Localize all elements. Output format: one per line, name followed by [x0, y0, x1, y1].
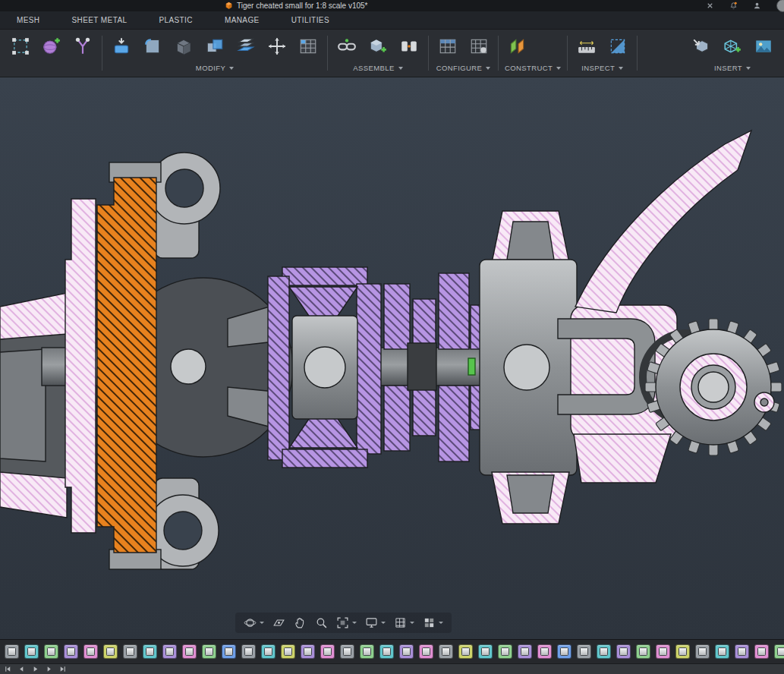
dropdown-modify[interactable]: MODIFY [109, 61, 321, 74]
close-icon[interactable] [706, 2, 714, 10]
timeline-feature-3[interactable] [44, 644, 58, 659]
trim-button[interactable] [70, 33, 96, 59]
offset-face-button[interactable] [233, 33, 259, 59]
config-table-button[interactable] [435, 33, 461, 59]
timeline-feature-36[interactable] [695, 644, 710, 659]
fillet-button[interactable] [140, 33, 165, 59]
viewport-3d[interactable] [0, 77, 784, 639]
step-forward-button[interactable] [45, 665, 53, 673]
step-back-button[interactable] [17, 665, 26, 673]
timeline-feature-38[interactable] [735, 644, 749, 659]
timeline-feature-10[interactable] [182, 644, 197, 659]
display-settings-button[interactable] [364, 615, 387, 631]
timeline-feature-32[interactable] [616, 644, 631, 659]
avatar[interactable] [776, 0, 784, 12]
timeline-feature-21[interactable] [399, 644, 414, 659]
chevron-down-icon[interactable] [260, 622, 264, 624]
timeline-feature-26[interactable] [498, 644, 512, 659]
notification-bell-icon[interactable] [729, 2, 738, 10]
section-analysis-button[interactable] [605, 33, 631, 59]
insert-derive-button[interactable] [688, 33, 714, 59]
timeline-feature-1[interactable] [5, 644, 19, 659]
profile-icon[interactable] [753, 2, 761, 10]
timeline-feature-20[interactable] [379, 644, 394, 659]
timeline-feature-37[interactable] [715, 644, 729, 659]
tab-mesh[interactable]: MESH [17, 16, 40, 24]
timeline-features [0, 640, 784, 663]
viewports-button[interactable] [421, 615, 445, 631]
fit-button[interactable] [335, 615, 358, 631]
dropdown-inspect[interactable]: INSPECT [574, 61, 631, 74]
canvas-image-button[interactable] [751, 33, 776, 59]
chevron-down-icon[interactable] [381, 622, 386, 624]
joint-link-button[interactable] [334, 33, 360, 59]
timeline-feature-28[interactable] [537, 644, 552, 659]
move-copy-button[interactable] [264, 33, 290, 59]
timeline-feature-15[interactable] [281, 644, 295, 659]
pattern-button[interactable] [295, 33, 321, 59]
timeline-feature-8[interactable] [143, 644, 157, 659]
create-form-button[interactable] [39, 33, 65, 59]
timeline-feature-40[interactable] [774, 644, 784, 659]
dropdown-insert[interactable]: INSERT [688, 61, 776, 74]
timeline-feature-33[interactable] [636, 644, 650, 659]
measure-button[interactable] [574, 33, 600, 59]
timeline-feature-5[interactable] [83, 644, 98, 659]
look-at-button[interactable] [271, 615, 287, 631]
timeline-feature-31[interactable] [597, 644, 611, 659]
timeline-feature-17[interactable] [320, 644, 335, 659]
dropdown-configure[interactable]: CONFIGURE [435, 61, 492, 74]
joint-button[interactable] [396, 33, 422, 59]
toolbar-separator [327, 36, 328, 71]
timeline-feature-18[interactable] [340, 644, 354, 659]
go-to-end-button[interactable] [58, 665, 67, 673]
chevron-down-icon[interactable] [352, 622, 357, 624]
timeline-feature-30[interactable] [577, 644, 591, 659]
timeline-feature-24[interactable] [458, 644, 473, 659]
timeline-feature-23[interactable] [439, 644, 453, 659]
tab-utilities[interactable]: UTILITIES [291, 16, 329, 24]
combine-button[interactable] [202, 33, 228, 59]
new-component-button[interactable] [365, 33, 391, 59]
feature-icon [323, 647, 332, 656]
marquee-select-button[interactable] [8, 33, 33, 59]
timeline-feature-6[interactable] [103, 644, 118, 659]
timeline-feature-11[interactable] [202, 644, 216, 659]
go-to-start-button[interactable] [4, 665, 12, 673]
shell-button[interactable] [171, 33, 197, 59]
timeline-feature-16[interactable] [301, 644, 315, 659]
timeline-feature-39[interactable] [754, 644, 769, 659]
timeline-feature-25[interactable] [478, 644, 493, 659]
timeline-feature-13[interactable] [241, 644, 256, 659]
timeline-feature-12[interactable] [222, 644, 236, 659]
orbit-button[interactable] [242, 615, 266, 631]
timeline-feature-34[interactable] [656, 644, 670, 659]
timeline-feature-9[interactable] [162, 644, 177, 659]
zoom-button[interactable] [313, 615, 329, 631]
timeline-feature-19[interactable] [360, 644, 374, 659]
config-table2-button[interactable] [466, 33, 492, 59]
dropdown-assemble[interactable]: ASSEMBLE [334, 61, 422, 74]
timeline-feature-4[interactable] [64, 644, 78, 659]
fillet-icon [143, 36, 162, 56]
dropdown-construct[interactable]: CONSTRUCT [505, 61, 561, 74]
tab-sheet-metal[interactable]: SHEET METAL [72, 16, 128, 24]
timeline-feature-14[interactable] [261, 644, 276, 659]
timeline-feature-2[interactable] [24, 644, 39, 659]
timeline-feature-35[interactable] [675, 644, 690, 659]
timeline-feature-7[interactable] [123, 644, 137, 659]
feature-icon [580, 647, 588, 656]
insert-mesh-button[interactable] [719, 33, 745, 59]
play-button[interactable] [31, 665, 39, 673]
grid-settings-button[interactable] [392, 615, 416, 631]
timeline-feature-29[interactable] [557, 644, 571, 659]
timeline-feature-27[interactable] [518, 644, 532, 659]
chevron-down-icon[interactable] [439, 622, 443, 624]
tab-manage[interactable]: MANAGE [225, 16, 260, 24]
construct-planes-button[interactable] [505, 33, 531, 59]
pan-button[interactable] [292, 615, 308, 631]
tab-plastic[interactable]: PLASTIC [159, 16, 192, 24]
chevron-down-icon[interactable] [410, 622, 414, 624]
timeline-feature-22[interactable] [419, 644, 433, 659]
press-pull-button[interactable] [109, 33, 134, 59]
